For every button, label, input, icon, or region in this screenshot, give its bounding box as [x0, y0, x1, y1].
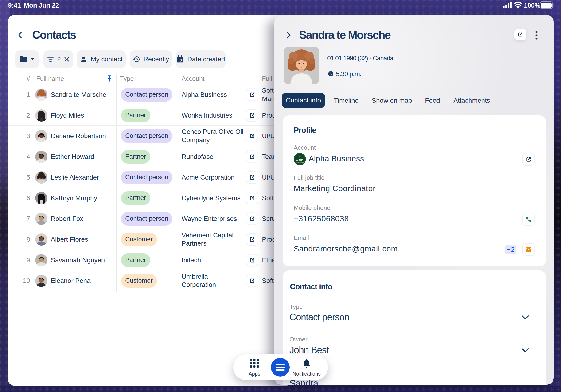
svg-text:α: α	[299, 154, 301, 158]
svg-text:BUSINESS: BUSINESS	[296, 162, 304, 163]
svg-text:ALPHA: ALPHA	[296, 159, 303, 161]
